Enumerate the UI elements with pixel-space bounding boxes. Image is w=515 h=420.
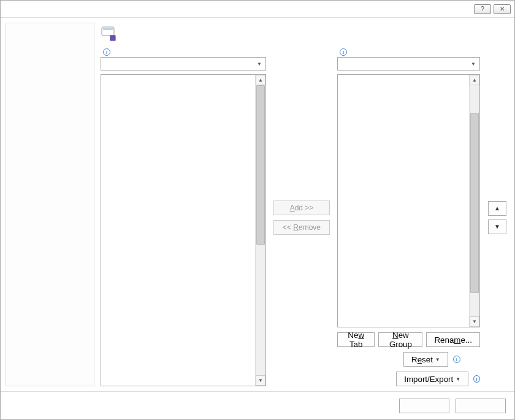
move-down-button[interactable]: ▼ (488, 220, 506, 234)
choose-commands-label: i (101, 48, 266, 56)
ribbon-column: i ▼ ▲ ▼ (337, 48, 480, 386)
add-button[interactable]: Add >> (273, 200, 330, 215)
scroll-track[interactable] (470, 85, 479, 316)
cancel-button[interactable] (456, 399, 506, 413)
help-button[interactable]: ? (474, 4, 491, 14)
scroll-up-button[interactable]: ▲ (256, 75, 265, 85)
info-icon[interactable]: i (340, 48, 347, 56)
commands-column: i ▼ ▲ ▼ (101, 48, 266, 386)
move-up-button[interactable]: ▲ (488, 201, 506, 216)
header-row (101, 25, 509, 41)
two-column-area: i ▼ ▲ ▼ (101, 48, 509, 386)
chevron-down-icon: ▼ (471, 61, 476, 67)
dialog-body: i ▼ ▲ ▼ (1, 18, 514, 391)
scrollbar: ▲ ▼ (469, 75, 479, 327)
svg-rect-1 (103, 28, 113, 30)
new-group-button[interactable]: New Group (378, 332, 422, 347)
transfer-buttons: Add >> << Remove (271, 48, 332, 386)
scroll-down-button[interactable]: ▼ (470, 316, 479, 327)
choose-commands-dropdown[interactable]: ▼ (101, 57, 266, 71)
customize-ribbon-label: i (337, 48, 480, 56)
rename-button[interactable]: Rename... (426, 332, 480, 347)
svg-rect-2 (110, 36, 115, 40)
scroll-down-button[interactable]: ▼ (256, 375, 265, 386)
tab-group-buttons: New Tab New Group Rename... (337, 332, 480, 347)
remove-button[interactable]: << Remove (273, 220, 330, 235)
customize-ribbon-icon (101, 25, 116, 41)
commands-list[interactable] (101, 75, 255, 386)
scroll-thumb[interactable] (470, 113, 479, 293)
import-export-dropdown[interactable]: Import/Export▼ (396, 372, 468, 386)
info-icon[interactable]: i (453, 356, 460, 363)
ribbon-scope-dropdown[interactable]: ▼ (337, 57, 480, 71)
commands-listbox: ▲ ▼ (101, 74, 266, 386)
scroll-up-button[interactable]: ▲ (470, 75, 479, 85)
ribbon-tree-box: ▲ ▼ (337, 74, 480, 327)
right-pane: i ▼ ▲ ▼ (101, 23, 509, 386)
scroll-track[interactable] (256, 85, 265, 375)
dialog-footer (1, 391, 514, 419)
close-button[interactable]: ✕ (494, 4, 511, 14)
scroll-thumb[interactable] (256, 85, 265, 245)
new-tab-button[interactable]: New Tab (337, 332, 375, 347)
options-dialog: ? ✕ i (0, 0, 515, 420)
info-icon[interactable]: i (473, 375, 480, 383)
reset-dropdown[interactable]: Reset▼ (403, 352, 448, 367)
import-export-row: Import/Export▼ i (337, 372, 480, 386)
titlebar: ? ✕ (1, 1, 514, 18)
scrollbar: ▲ ▼ (255, 75, 265, 386)
ok-button[interactable] (399, 399, 449, 413)
reorder-buttons: ▲ ▼ (485, 48, 509, 386)
customizations-row: Reset▼ i (337, 352, 480, 367)
category-list (6, 23, 94, 386)
info-icon[interactable]: i (103, 48, 110, 56)
ribbon-tree[interactable] (338, 75, 469, 327)
chevron-down-icon: ▼ (257, 61, 262, 67)
